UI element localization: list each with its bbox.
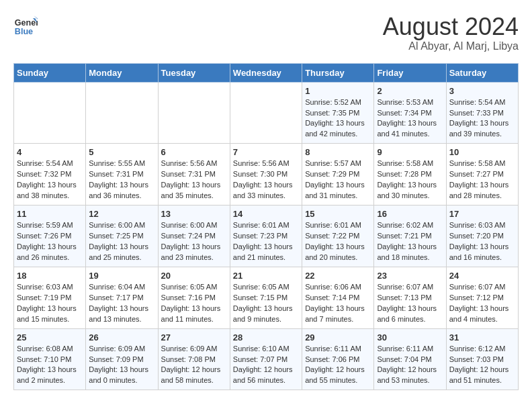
weekday-header: Tuesday — [158, 63, 230, 82]
day-content: Sunrise: 6:03 AM Sunset: 7:20 PM Dayligh… — [449, 220, 515, 263]
day-number: 27 — [161, 332, 227, 342]
day-number: 12 — [89, 209, 154, 219]
day-content: Sunrise: 5:53 AM Sunset: 7:34 PM Dayligh… — [377, 97, 443, 140]
day-content: Sunrise: 6:02 AM Sunset: 7:21 PM Dayligh… — [377, 220, 443, 263]
day-content: Sunrise: 6:08 AM Sunset: 7:10 PM Dayligh… — [17, 344, 83, 387]
day-content: Sunrise: 6:03 AM Sunset: 7:19 PM Dayligh… — [17, 282, 83, 325]
calendar-cell: 12Sunrise: 6:00 AM Sunset: 7:25 PM Dayli… — [86, 205, 158, 267]
day-content: Sunrise: 6:11 AM Sunset: 7:04 PM Dayligh… — [377, 344, 443, 387]
calendar-week-row: 4Sunrise: 5:54 AM Sunset: 7:32 PM Daylig… — [14, 144, 519, 205]
day-number: 7 — [233, 147, 299, 157]
day-number: 15 — [305, 209, 371, 219]
day-number: 17 — [449, 209, 515, 219]
page-header: General Blue August 2024 Al Abyar, Al Ma… — [13, 13, 519, 52]
day-number: 6 — [161, 147, 227, 157]
calendar-cell — [230, 82, 302, 144]
calendar-cell: 4Sunrise: 5:54 AM Sunset: 7:32 PM Daylig… — [14, 144, 86, 205]
day-number: 24 — [449, 271, 515, 281]
calendar-cell: 1Sunrise: 5:52 AM Sunset: 7:35 PM Daylig… — [302, 82, 374, 144]
day-content: Sunrise: 5:56 AM Sunset: 7:30 PM Dayligh… — [233, 158, 299, 201]
day-content: Sunrise: 6:12 AM Sunset: 7:03 PM Dayligh… — [449, 344, 515, 387]
weekday-header: Wednesday — [230, 63, 302, 82]
weekday-header: Saturday — [446, 63, 518, 82]
calendar-cell: 11Sunrise: 5:59 AM Sunset: 7:26 PM Dayli… — [14, 205, 86, 267]
day-content: Sunrise: 6:06 AM Sunset: 7:14 PM Dayligh… — [305, 282, 371, 325]
day-content: Sunrise: 5:54 AM Sunset: 7:32 PM Dayligh… — [17, 158, 83, 201]
day-content: Sunrise: 6:01 AM Sunset: 7:23 PM Dayligh… — [233, 220, 299, 263]
day-content: Sunrise: 6:04 AM Sunset: 7:17 PM Dayligh… — [89, 282, 154, 325]
day-content: Sunrise: 5:57 AM Sunset: 7:29 PM Dayligh… — [305, 158, 371, 201]
day-content: Sunrise: 6:00 AM Sunset: 7:24 PM Dayligh… — [161, 220, 227, 263]
calendar-cell: 13Sunrise: 6:00 AM Sunset: 7:24 PM Dayli… — [158, 205, 230, 267]
calendar-cell: 6Sunrise: 5:56 AM Sunset: 7:31 PM Daylig… — [158, 144, 230, 205]
day-number: 25 — [17, 332, 83, 342]
weekday-header: Friday — [374, 63, 446, 82]
day-content: Sunrise: 5:54 AM Sunset: 7:33 PM Dayligh… — [449, 97, 515, 140]
calendar-table: SundayMondayTuesdayWednesdayThursdayFrid… — [13, 63, 519, 391]
calendar-cell: 31Sunrise: 6:12 AM Sunset: 7:03 PM Dayli… — [446, 328, 518, 390]
day-content: Sunrise: 6:09 AM Sunset: 7:09 PM Dayligh… — [89, 344, 154, 387]
day-number: 29 — [305, 332, 371, 342]
day-content: Sunrise: 5:58 AM Sunset: 7:27 PM Dayligh… — [449, 158, 515, 201]
weekday-header: Thursday — [302, 63, 374, 82]
calendar-cell: 24Sunrise: 6:07 AM Sunset: 7:12 PM Dayli… — [446, 267, 518, 328]
day-number: 16 — [377, 209, 443, 219]
day-content: Sunrise: 6:07 AM Sunset: 7:13 PM Dayligh… — [377, 282, 443, 325]
title-block: August 2024 Al Abyar, Al Marj, Libya — [383, 13, 519, 52]
weekday-header-row: SundayMondayTuesdayWednesdayThursdayFrid… — [14, 63, 519, 82]
calendar-week-row: 11Sunrise: 5:59 AM Sunset: 7:26 PM Dayli… — [14, 205, 519, 267]
day-content: Sunrise: 6:01 AM Sunset: 7:22 PM Dayligh… — [305, 220, 371, 263]
calendar-cell — [158, 82, 230, 144]
day-number: 9 — [377, 147, 443, 157]
day-number: 22 — [305, 271, 371, 281]
calendar-cell — [86, 82, 158, 144]
calendar-week-row: 18Sunrise: 6:03 AM Sunset: 7:19 PM Dayli… — [14, 267, 519, 328]
calendar-cell: 26Sunrise: 6:09 AM Sunset: 7:09 PM Dayli… — [86, 328, 158, 390]
day-content: Sunrise: 5:52 AM Sunset: 7:35 PM Dayligh… — [305, 97, 371, 140]
calendar-cell: 9Sunrise: 5:58 AM Sunset: 7:28 PM Daylig… — [374, 144, 446, 205]
calendar-cell: 18Sunrise: 6:03 AM Sunset: 7:19 PM Dayli… — [14, 267, 86, 328]
day-content: Sunrise: 5:55 AM Sunset: 7:31 PM Dayligh… — [89, 158, 154, 201]
calendar-cell: 22Sunrise: 6:06 AM Sunset: 7:14 PM Dayli… — [302, 267, 374, 328]
day-number: 8 — [305, 147, 371, 157]
day-content: Sunrise: 6:05 AM Sunset: 7:15 PM Dayligh… — [233, 282, 299, 325]
day-content: Sunrise: 6:07 AM Sunset: 7:12 PM Dayligh… — [449, 282, 515, 325]
day-number: 1 — [305, 86, 371, 96]
logo: General Blue — [13, 13, 38, 38]
day-number: 23 — [377, 271, 443, 281]
day-content: Sunrise: 6:11 AM Sunset: 7:06 PM Dayligh… — [305, 344, 371, 387]
day-number: 5 — [89, 147, 154, 157]
calendar-cell: 17Sunrise: 6:03 AM Sunset: 7:20 PM Dayli… — [446, 205, 518, 267]
day-number: 14 — [233, 209, 299, 219]
calendar-cell: 21Sunrise: 6:05 AM Sunset: 7:15 PM Dayli… — [230, 267, 302, 328]
calendar-cell: 15Sunrise: 6:01 AM Sunset: 7:22 PM Dayli… — [302, 205, 374, 267]
day-number: 4 — [17, 147, 83, 157]
calendar-cell: 16Sunrise: 6:02 AM Sunset: 7:21 PM Dayli… — [374, 205, 446, 267]
day-number: 28 — [233, 332, 299, 342]
calendar-week-row: 25Sunrise: 6:08 AM Sunset: 7:10 PM Dayli… — [14, 328, 519, 390]
day-number: 19 — [89, 271, 154, 281]
day-content: Sunrise: 6:10 AM Sunset: 7:07 PM Dayligh… — [233, 344, 299, 387]
calendar-cell: 25Sunrise: 6:08 AM Sunset: 7:10 PM Dayli… — [14, 328, 86, 390]
calendar-cell: 8Sunrise: 5:57 AM Sunset: 7:29 PM Daylig… — [302, 144, 374, 205]
month-year-title: August 2024 — [383, 13, 519, 40]
weekday-header: Monday — [86, 63, 158, 82]
calendar-cell: 2Sunrise: 5:53 AM Sunset: 7:34 PM Daylig… — [374, 82, 446, 144]
day-content: Sunrise: 6:09 AM Sunset: 7:08 PM Dayligh… — [161, 344, 227, 387]
day-number: 31 — [449, 332, 515, 342]
day-number: 20 — [161, 271, 227, 281]
day-number: 26 — [89, 332, 154, 342]
day-number: 10 — [449, 147, 515, 157]
day-content: Sunrise: 5:58 AM Sunset: 7:28 PM Dayligh… — [377, 158, 443, 201]
svg-text:Blue: Blue — [15, 27, 33, 36]
calendar-cell: 27Sunrise: 6:09 AM Sunset: 7:08 PM Dayli… — [158, 328, 230, 390]
calendar-week-row: 1Sunrise: 5:52 AM Sunset: 7:35 PM Daylig… — [14, 82, 519, 144]
day-number: 2 — [377, 86, 443, 96]
day-number: 3 — [449, 86, 515, 96]
logo-icon: General Blue — [13, 13, 38, 38]
calendar-cell: 29Sunrise: 6:11 AM Sunset: 7:06 PM Dayli… — [302, 328, 374, 390]
day-content: Sunrise: 6:00 AM Sunset: 7:25 PM Dayligh… — [89, 220, 154, 263]
day-number: 11 — [17, 209, 83, 219]
day-content: Sunrise: 5:56 AM Sunset: 7:31 PM Dayligh… — [161, 158, 227, 201]
calendar-cell: 14Sunrise: 6:01 AM Sunset: 7:23 PM Dayli… — [230, 205, 302, 267]
